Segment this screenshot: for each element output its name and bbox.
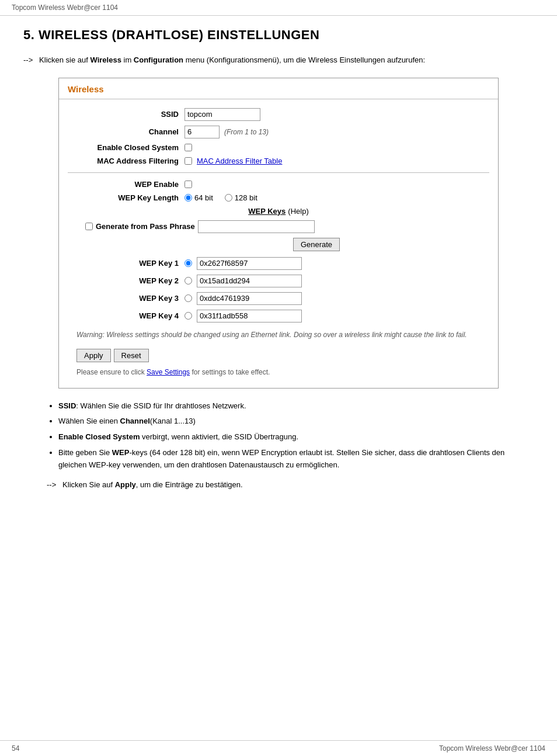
wireless-box-title: Wireless <box>59 78 498 99</box>
wep-key4-value <box>184 310 489 322</box>
enable-closed-row: Enable Closed System <box>68 143 489 152</box>
channel-input[interactable] <box>184 126 220 138</box>
generate-button-row: Generate <box>144 238 489 251</box>
save-settings-link[interactable]: Save Settings <box>147 368 190 376</box>
wep-128bit-group: 128 bit <box>225 193 257 202</box>
list-item: Enable Closed System verbirgt, wenn akti… <box>58 431 510 443</box>
wep-enable-label: WEP Enable <box>68 180 184 189</box>
intro-paragraph: --> Klicken sie auf Wireless im Configur… <box>23 54 534 66</box>
channel-label: Channel <box>68 127 184 136</box>
section-divider-1 <box>68 172 489 173</box>
enable-closed-value <box>184 144 489 151</box>
bottom-note: --> Klicken Sie auf Apply, um die Einträ… <box>47 480 534 489</box>
wep-key4-row: WEP Key 4 <box>68 310 489 322</box>
reset-button[interactable]: Reset <box>114 349 149 362</box>
action-buttons: Apply Reset <box>76 349 481 362</box>
wep-128bit-label: 128 bit <box>235 193 257 202</box>
wep-key-length-value: 64 bit 128 bit <box>184 193 489 202</box>
wep-key3-radio[interactable] <box>184 294 192 302</box>
mac-filter-value: MAC Address Filter Table <box>184 157 489 165</box>
enable-closed-checkbox[interactable] <box>184 144 192 151</box>
ssid-row: SSID <box>68 108 489 121</box>
top-bar: Topcom Wireless Webr@cer 1104 <box>0 0 557 16</box>
wep-key3-value <box>184 292 489 305</box>
channel-row: Channel (From 1 to 13) <box>68 126 489 138</box>
please-note-after: for settings to take effect. <box>192 368 270 376</box>
generate-row: Generate from Pass Phrase <box>85 220 489 233</box>
please-note-text: Please ensure to click <box>76 368 145 376</box>
ssid-input[interactable] <box>184 108 260 121</box>
wep-key1-value <box>184 257 489 270</box>
wep-key2-label: WEP Key 2 <box>68 276 184 285</box>
footer-right: Topcom Wireless Webr@cer 1104 <box>439 744 545 752</box>
intro-arrow: --> <box>23 56 33 64</box>
wep-64bit-group: 64 bit <box>184 193 213 202</box>
wep-key2-input[interactable] <box>197 275 302 287</box>
wep-128bit-radio[interactable] <box>225 194 232 202</box>
wep-keys-help: (Help) <box>288 207 308 216</box>
list-item: Bitte geben Sie WEP-keys (64 oder 128 bi… <box>58 447 510 471</box>
wep-key1-row: WEP Key 1 <box>68 257 489 270</box>
enable-closed-label: Enable Closed System <box>68 143 184 152</box>
apply-button[interactable]: Apply <box>76 349 111 362</box>
wep-key-length-row: WEP Key Length 64 bit 128 bit <box>68 193 489 202</box>
mac-filter-row: MAC Address Filtering MAC Address Filter… <box>68 157 489 165</box>
wep-keys-help-link[interactable]: Help <box>291 207 307 216</box>
ssid-label: SSID <box>68 110 184 119</box>
form-section-basic: SSID Channel (From 1 to 13) Enable Close… <box>59 108 498 376</box>
footer-bar: 54 Topcom Wireless Webr@cer 1104 <box>0 740 557 756</box>
generate-label: Generate from Pass Phrase <box>96 222 195 231</box>
wep-enable-row: WEP Enable <box>68 180 489 189</box>
wep-key1-label: WEP Key 1 <box>68 259 184 268</box>
mac-filter-checkbox[interactable] <box>184 157 192 165</box>
wep-key-length-label: WEP Key Length <box>68 193 184 202</box>
top-bar-label: Topcom Wireless Webr@cer 1104 <box>12 4 118 12</box>
warning-text: Warning: Wireless settings should be cha… <box>76 330 481 340</box>
page-title: 5. WIRELESS (DRAHTLOSE) EINSTELLUNGEN <box>23 27 534 43</box>
bullet-list: SSID: Wählen Sie die SSID für Ihr drahtl… <box>58 400 510 471</box>
generate-checkbox[interactable] <box>85 223 93 230</box>
wep-key4-input[interactable] <box>197 310 302 322</box>
list-item: SSID: Wählen Sie die SSID für Ihr drahtl… <box>58 400 510 412</box>
channel-hint: (From 1 to 13) <box>224 128 269 136</box>
please-note: Please ensure to click Save Settings for… <box>76 368 481 376</box>
bottom-arrow: --> <box>47 480 56 489</box>
generate-passphrase-input[interactable] <box>198 220 315 233</box>
wep-64bit-label: 64 bit <box>194 193 213 202</box>
wep-key2-radio[interactable] <box>184 277 192 285</box>
wep-key2-value <box>184 275 489 287</box>
wep-key2-row: WEP Key 2 <box>68 275 489 287</box>
wep-enable-value <box>184 181 489 188</box>
footer-left: 54 <box>12 744 19 752</box>
generate-button[interactable]: Generate <box>293 238 340 251</box>
wep-keys-label: WEP Keys <box>248 207 286 216</box>
wep-keys-row: WEP Keys (Help) <box>68 207 489 216</box>
wep-key3-input[interactable] <box>197 292 302 305</box>
list-item: Wählen Sie einen Channel(Kanal 1...13) <box>58 415 510 428</box>
wep-key3-row: WEP Key 3 <box>68 292 489 305</box>
mac-filter-label: MAC Address Filtering <box>68 157 184 165</box>
wireless-box: Wireless SSID Channel (From 1 to 13) Ena… <box>58 78 499 389</box>
wep-64bit-radio[interactable] <box>184 194 192 202</box>
wep-key4-label: WEP Key 4 <box>68 311 184 320</box>
wep-enable-checkbox[interactable] <box>184 181 192 188</box>
ssid-value-area <box>184 108 489 121</box>
channel-value-area: (From 1 to 13) <box>184 126 489 138</box>
wep-key4-radio[interactable] <box>184 312 192 320</box>
wep-key1-input[interactable] <box>197 257 302 270</box>
mac-filter-link[interactable]: MAC Address Filter Table <box>197 157 282 165</box>
main-content: 5. WIRELESS (DRAHTLOSE) EINSTELLUNGEN --… <box>0 16 557 512</box>
wep-key1-radio[interactable] <box>184 259 192 267</box>
wep-key3-label: WEP Key 3 <box>68 294 184 303</box>
